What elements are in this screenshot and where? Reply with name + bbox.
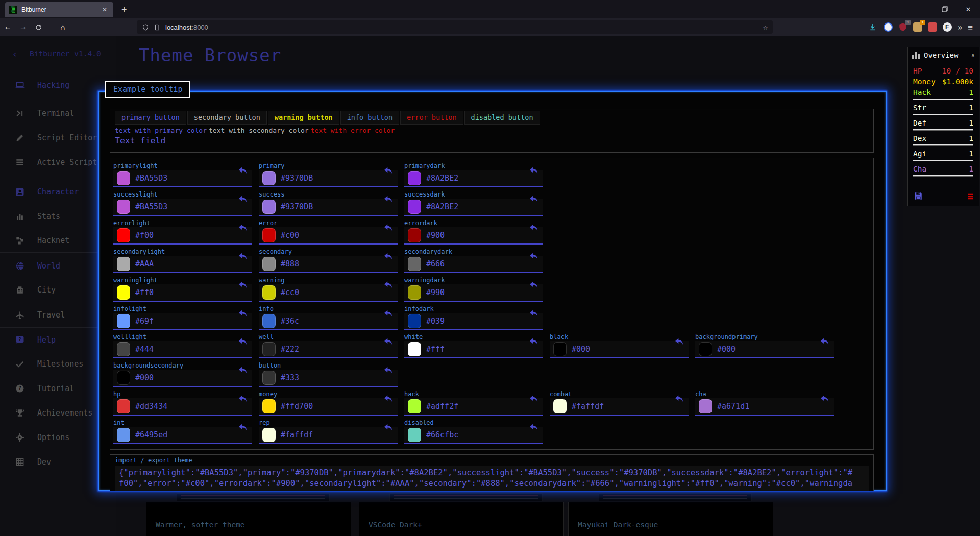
color-hex-input[interactable]: #9370DB xyxy=(281,174,313,183)
undo-icon[interactable] xyxy=(674,394,684,404)
undo-icon[interactable] xyxy=(238,223,248,233)
undo-icon[interactable] xyxy=(238,252,248,262)
extension-icon-f[interactable]: F xyxy=(943,22,952,32)
password-manager-extension-icon[interactable] xyxy=(884,22,893,32)
color-swatch[interactable] xyxy=(408,314,421,328)
window-restore-button[interactable] xyxy=(933,0,957,18)
undo-icon[interactable] xyxy=(383,366,394,376)
undo-icon[interactable] xyxy=(383,252,394,262)
color-swatch[interactable] xyxy=(262,257,276,271)
color-swatch[interactable] xyxy=(408,428,421,442)
color-swatch[interactable] xyxy=(262,399,276,413)
undo-icon[interactable] xyxy=(820,394,830,404)
undo-icon[interactable] xyxy=(383,337,394,347)
undo-icon[interactable] xyxy=(529,337,539,347)
color-hex-input[interactable]: #adff2f xyxy=(426,402,458,411)
color-swatch[interactable] xyxy=(117,314,130,328)
color-swatch[interactable] xyxy=(408,228,421,242)
color-swatch[interactable] xyxy=(408,399,421,413)
color-hex-input[interactable]: #ff0 xyxy=(135,288,154,297)
undo-icon[interactable] xyxy=(529,252,539,262)
color-swatch[interactable] xyxy=(408,342,421,356)
extension-icon-orange[interactable]: 1 xyxy=(913,22,922,32)
undo-icon[interactable] xyxy=(529,280,539,290)
primary-button[interactable]: primary button xyxy=(115,111,186,125)
undo-icon[interactable] xyxy=(383,194,394,205)
color-swatch[interactable] xyxy=(117,371,130,385)
color-hex-input[interactable]: #BA55D3 xyxy=(135,174,167,183)
color-swatch[interactable] xyxy=(262,285,276,300)
text-field[interactable]: Text field xyxy=(115,136,215,148)
hamburger-icon[interactable]: ≡ xyxy=(968,190,973,202)
color-swatch[interactable] xyxy=(262,228,276,242)
color-swatch[interactable] xyxy=(117,200,130,214)
shield-icon[interactable] xyxy=(142,23,149,31)
extension-icon-red[interactable] xyxy=(928,22,937,32)
color-swatch[interactable] xyxy=(262,314,276,328)
undo-icon[interactable] xyxy=(238,280,248,290)
color-hex-input[interactable]: #990 xyxy=(426,288,445,297)
overflow-chevrons-icon[interactable]: » xyxy=(958,22,963,32)
color-hex-input[interactable]: #000 xyxy=(717,345,736,354)
undo-icon[interactable] xyxy=(529,309,539,319)
color-hex-input[interactable]: #000 xyxy=(572,345,590,354)
secondary-button[interactable]: secondary button xyxy=(187,111,267,125)
undo-icon[interactable] xyxy=(383,223,394,233)
undo-icon[interactable] xyxy=(238,366,248,376)
undo-icon[interactable] xyxy=(383,280,394,290)
color-hex-input[interactable]: #69f xyxy=(135,316,154,326)
undo-icon[interactable] xyxy=(383,394,394,404)
url-bar[interactable]: localhost:8000 ☆ xyxy=(137,20,773,34)
color-hex-input[interactable]: #444 xyxy=(135,345,154,354)
undo-icon[interactable] xyxy=(238,337,248,347)
color-swatch[interactable] xyxy=(117,428,130,442)
undo-icon[interactable] xyxy=(674,337,684,347)
color-swatch[interactable] xyxy=(408,257,421,271)
color-swatch[interactable] xyxy=(262,171,276,185)
color-swatch[interactable] xyxy=(408,285,421,300)
undo-icon[interactable] xyxy=(238,423,248,433)
menu-hamburger-icon[interactable]: ≡ xyxy=(968,22,973,32)
color-swatch[interactable] xyxy=(117,285,130,300)
new-tab-button[interactable]: + xyxy=(121,4,127,15)
url-text[interactable]: localhost:8000 xyxy=(165,23,763,31)
color-swatch[interactable] xyxy=(408,171,421,185)
color-hex-input[interactable]: #8A2BE2 xyxy=(426,174,458,183)
color-hex-input[interactable]: #BA55D3 xyxy=(135,202,167,211)
browser-tab[interactable]: ▒ Bitburner ✕ xyxy=(5,2,113,17)
undo-icon[interactable] xyxy=(820,337,830,347)
color-swatch[interactable] xyxy=(699,399,712,413)
page-info-icon[interactable] xyxy=(154,23,160,31)
reload-icon[interactable] xyxy=(31,23,46,31)
collapse-chevron-icon[interactable]: ∧ xyxy=(971,52,975,59)
color-swatch[interactable] xyxy=(117,342,130,356)
color-swatch[interactable] xyxy=(553,342,567,356)
undo-icon[interactable] xyxy=(238,166,248,176)
window-close-button[interactable]: ✕ xyxy=(957,0,980,18)
disabled-button[interactable]: disabled button xyxy=(464,111,540,125)
error-button[interactable]: error button xyxy=(400,111,463,125)
color-hex-input[interactable]: #6495ed xyxy=(135,430,167,440)
color-swatch[interactable] xyxy=(117,399,130,413)
color-swatch[interactable] xyxy=(262,371,276,385)
undo-icon[interactable] xyxy=(383,423,394,433)
text-field-value[interactable]: Text field xyxy=(115,136,215,148)
color-hex-input[interactable]: #666 xyxy=(426,259,445,269)
home-icon[interactable]: ⌂ xyxy=(55,22,70,32)
undo-icon[interactable] xyxy=(383,166,394,176)
color-hex-input[interactable]: #039 xyxy=(426,316,445,326)
color-hex-input[interactable]: #AAA xyxy=(135,259,154,269)
color-hex-input[interactable]: #66cfbc xyxy=(426,430,458,440)
undo-icon[interactable] xyxy=(529,423,539,433)
color-swatch[interactable] xyxy=(117,228,130,242)
color-hex-input[interactable]: #888 xyxy=(281,259,299,269)
color-hex-input[interactable]: #f00 xyxy=(135,231,154,240)
warning-button[interactable]: warning button xyxy=(268,111,339,125)
downloads-icon[interactable] xyxy=(869,22,878,32)
color-swatch[interactable] xyxy=(262,428,276,442)
color-hex-input[interactable]: #a671d1 xyxy=(717,402,749,411)
undo-icon[interactable] xyxy=(529,194,539,205)
back-icon[interactable]: ← xyxy=(0,22,15,32)
color-hex-input[interactable]: #cc0 xyxy=(281,288,299,297)
color-hex-input[interactable]: #faffdf xyxy=(572,402,604,411)
